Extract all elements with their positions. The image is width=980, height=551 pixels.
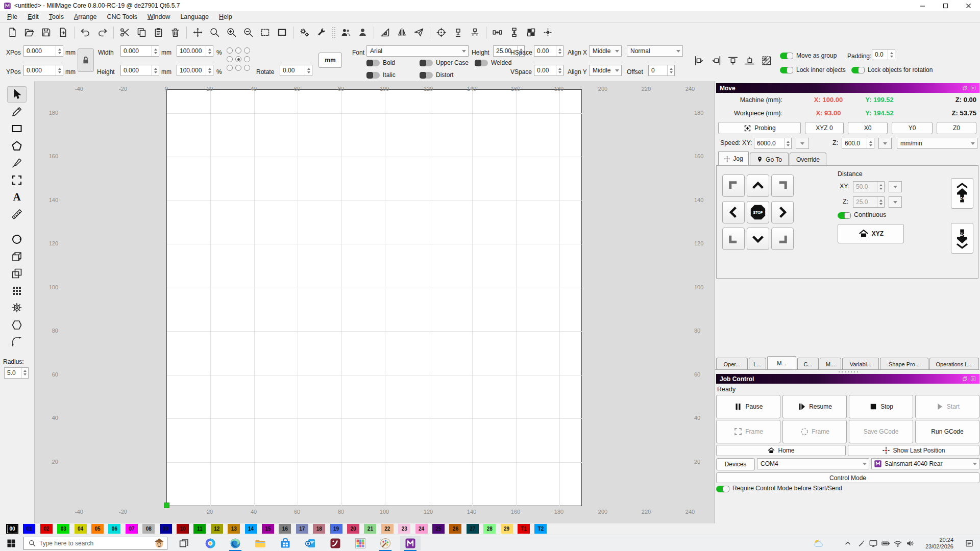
jog-stop-button[interactable]: STOP: [747, 201, 769, 223]
distance-xy-preset-button[interactable]: [889, 181, 902, 192]
toolbar-save-file-button[interactable]: [39, 26, 53, 39]
spin-up-icon[interactable]: [23, 370, 27, 372]
extrude-tool[interactable]: [7, 248, 27, 265]
palette-chip-02[interactable]: 02: [40, 524, 53, 534]
devices-button[interactable]: Devices: [716, 458, 755, 470]
toolbar-import-file-button[interactable]: [56, 26, 70, 39]
speed-units-combo[interactable]: mm/min: [897, 138, 977, 149]
hspace-field[interactable]: 0.00: [534, 45, 564, 57]
volume-icon[interactable]: [905, 539, 915, 548]
speed-xy-preset-button[interactable]: [796, 138, 809, 149]
spin-up-icon[interactable]: [879, 199, 883, 202]
speed-z-preset-button[interactable]: [878, 138, 892, 149]
padding-field-spinner[interactable]: [888, 49, 895, 60]
speed-xy-field-spinner[interactable]: [784, 138, 791, 148]
jog-jog-right-button[interactable]: [771, 201, 794, 223]
offset-tool[interactable]: [7, 265, 27, 282]
z-zero-button[interactable]: Z0: [937, 122, 976, 134]
spin-up-icon[interactable]: [558, 68, 561, 70]
spin-down-icon[interactable]: [58, 52, 61, 54]
z-minus-button[interactable]: Z-: [951, 223, 973, 254]
toolbar-new-file-button[interactable]: [6, 26, 19, 39]
job-frame-button-1[interactable]: Frame: [782, 420, 847, 443]
toolbar-mirror-flip-button[interactable]: [395, 26, 409, 39]
dock-tab-2[interactable]: M...: [767, 356, 796, 370]
weather-icon[interactable]: [813, 537, 825, 549]
toolbar-user-button[interactable]: [356, 26, 370, 39]
chevron-up-icon[interactable]: [843, 539, 852, 548]
spin-down-icon[interactable]: [208, 71, 211, 73]
toggle-upper-case[interactable]: [420, 60, 433, 66]
offset-field-spinner[interactable]: [667, 65, 674, 76]
spin-down-icon[interactable]: [154, 52, 157, 54]
spin-up-icon[interactable]: [154, 68, 157, 70]
prop-align-top-edge-button[interactable]: [726, 54, 740, 68]
palette-chip-26[interactable]: 26: [449, 524, 461, 534]
toolbar-copy-button[interactable]: [135, 26, 149, 39]
width-field-spinner[interactable]: [152, 46, 159, 56]
require-control-mode-toggle[interactable]: [716, 486, 729, 492]
anchor-point-0-0[interactable]: [227, 47, 233, 54]
spin-down-icon[interactable]: [154, 71, 157, 73]
spin-down-icon[interactable]: [23, 373, 27, 375]
tab-override[interactable]: Override: [790, 153, 826, 166]
spin-up-icon[interactable]: [787, 141, 790, 143]
speed-z-field-spinner[interactable]: [867, 138, 874, 148]
search-box[interactable]: Type here to search: [23, 537, 167, 550]
palette-chip-13[interactable]: 13: [228, 524, 240, 534]
minimize-button[interactable]: [911, 0, 934, 11]
toolbar-paste-button[interactable]: [152, 26, 165, 39]
network-icon[interactable]: [893, 539, 902, 548]
toolbar-position-clamp-button[interactable]: [468, 26, 482, 39]
spin-up-icon[interactable]: [208, 48, 211, 51]
close-x-icon[interactable]: [970, 85, 976, 91]
taskbar-file-explorer-app[interactable]: [250, 536, 271, 550]
spin-up-icon[interactable]: [307, 68, 310, 70]
palette-chip-28[interactable]: 28: [483, 524, 496, 534]
palette-chip-T2[interactable]: T2: [534, 524, 547, 534]
float-panel-icon[interactable]: [962, 85, 968, 91]
toolbar-frame-view-button[interactable]: [275, 26, 289, 39]
menu-item-tools[interactable]: Tools: [44, 12, 69, 21]
toolbar-v-spacing-button[interactable]: [507, 26, 521, 39]
jog-jog-down-button[interactable]: [747, 228, 769, 250]
toolbar-zoom-in-button[interactable]: [225, 26, 238, 39]
battery-icon[interactable]: [881, 539, 890, 548]
anchor-point-2-0[interactable]: [227, 65, 233, 71]
toolbar-position-marker-button[interactable]: [451, 26, 465, 39]
aspect-lock-button[interactable]: [78, 48, 94, 72]
pen-icon[interactable]: [856, 539, 866, 548]
anchor-point-selector[interactable]: [227, 47, 252, 73]
distance-z-field-spinner[interactable]: [877, 197, 884, 207]
palette-chip-17[interactable]: 17: [296, 524, 308, 534]
toolbar-drag-handle[interactable]: [332, 27, 335, 39]
draw-tool[interactable]: [7, 104, 27, 120]
menu-item-window[interactable]: Window: [142, 12, 175, 21]
menu-item-help[interactable]: Help: [214, 12, 237, 21]
anchor-point-2-1[interactable]: [235, 65, 241, 71]
palette-chip-T1[interactable]: T1: [518, 524, 530, 534]
spin-up-icon[interactable]: [154, 48, 157, 51]
toolbar-user-group-button[interactable]: [339, 26, 353, 39]
job-resume-button[interactable]: Resume: [782, 395, 847, 418]
y-zero-button[interactable]: Y0: [892, 122, 933, 134]
spin-up-icon[interactable]: [58, 68, 61, 70]
toolbar-settings-gears-button[interactable]: [298, 26, 311, 39]
taskbar-copilot-app[interactable]: [200, 536, 220, 550]
job-pause-button[interactable]: Pause: [716, 395, 780, 418]
distance-z-preset-button[interactable]: [889, 196, 902, 208]
palette-chip-27[interactable]: 27: [467, 524, 479, 534]
toggle-welded[interactable]: [475, 60, 488, 66]
xyz-zero-button[interactable]: XYZ 0: [805, 122, 844, 134]
menu-item-edit[interactable]: Edit: [22, 12, 44, 21]
device-combo[interactable]: Sainsmart 4040 Rear: [871, 458, 979, 469]
palette-chip-22[interactable]: 22: [381, 524, 394, 534]
array-tool[interactable]: [7, 283, 27, 299]
menu-item-language[interactable]: Language: [175, 12, 214, 21]
distance-z-field[interactable]: 25.0: [853, 196, 885, 208]
lock-objects-for-rotation-toggle[interactable]: [851, 67, 865, 73]
palette-chip-03[interactable]: 03: [57, 524, 69, 534]
taskbar-red-app[interactable]: [325, 536, 346, 550]
anchor-point-1-0[interactable]: [227, 56, 233, 62]
tab-jog[interactable]: Jog: [718, 151, 749, 166]
